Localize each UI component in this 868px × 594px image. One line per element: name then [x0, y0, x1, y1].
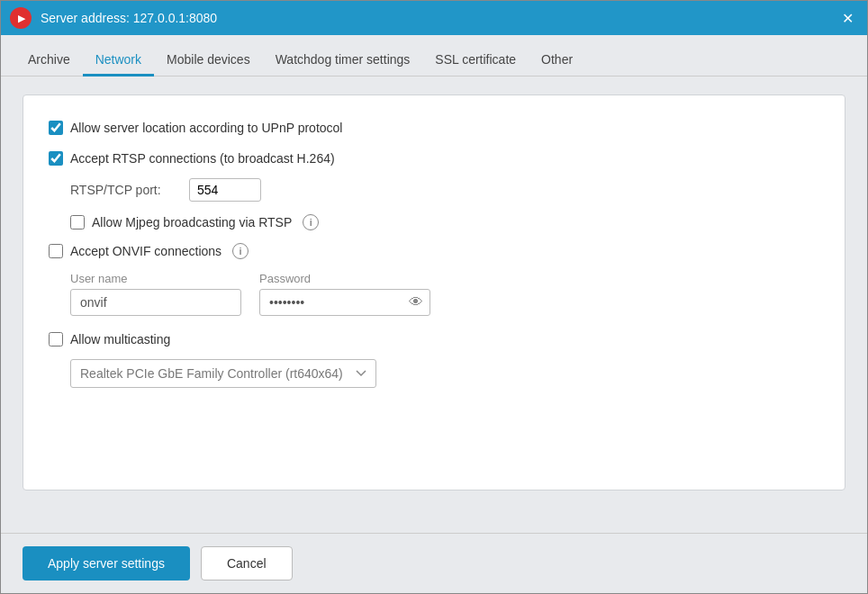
tab-watchdog[interactable]: Watchdog timer settings [263, 43, 423, 76]
cancel-button[interactable]: Cancel [201, 546, 293, 580]
apply-button[interactable]: Apply server settings [23, 546, 190, 580]
mjpeg-label: Allow Mjpeg broadcasting via RTSP [92, 215, 292, 230]
tab-ssl[interactable]: SSL certificate [422, 43, 529, 76]
app-logo [10, 7, 32, 29]
tab-archive[interactable]: Archive [15, 43, 83, 76]
multicast-adapter-select[interactable]: Realtek PCIe GbE Family Controller (rt64… [70, 359, 376, 388]
rtsp-port-input[interactable] [189, 178, 261, 202]
content-area: Allow server location according to UPnP … [1, 76, 867, 533]
tab-other[interactable]: Other [529, 43, 585, 76]
multicast-adapter-wrapper: Realtek PCIe GbE Family Controller (rt64… [70, 359, 819, 388]
username-field-group: User name [70, 272, 241, 316]
mjpeg-row: Allow Mjpeg broadcasting via RTSP i [70, 214, 819, 230]
password-label: Password [259, 272, 430, 285]
multicast-section: Allow multicasting Realtek PCIe GbE Fami… [49, 332, 819, 388]
multicast-label: Allow multicasting [70, 332, 170, 346]
username-label: User name [70, 272, 241, 285]
tab-mobile[interactable]: Mobile devices [154, 43, 263, 76]
tab-network[interactable]: Network [83, 43, 154, 76]
onvif-fields-row: User name Password 👁 [70, 272, 819, 316]
upnp-row: Allow server location according to UPnP … [49, 121, 819, 135]
tabs-bar: Archive Network Mobile devices Watchdog … [1, 35, 867, 76]
password-wrapper: 👁 [259, 289, 430, 316]
multicast-checkbox[interactable] [49, 332, 63, 346]
main-window: Server address: 127.0.0.1:8080 ✕ Archive… [0, 0, 868, 594]
upnp-label: Allow server location according to UPnP … [70, 121, 342, 135]
onvif-row: Accept ONVIF connections i [49, 243, 819, 259]
settings-panel: Allow server location according to UPnP … [23, 94, 845, 490]
footer: Apply server settings Cancel [1, 533, 867, 593]
upnp-checkbox[interactable] [49, 121, 63, 135]
rtsp-sub-section: RTSP/TCP port: Allow Mjpeg broadcasting … [70, 178, 819, 230]
multicast-row: Allow multicasting [49, 332, 819, 346]
rtsp-port-label: RTSP/TCP port: [70, 183, 178, 197]
onvif-label: Accept ONVIF connections [70, 244, 222, 258]
rtsp-checkbox[interactable] [49, 151, 63, 166]
onvif-section: Accept ONVIF connections i User name Pas… [49, 243, 819, 316]
password-input[interactable] [259, 289, 430, 316]
window-title: Server address: 127.0.0.1:8080 [41, 11, 836, 25]
mjpeg-info-icon: i [303, 214, 319, 230]
mjpeg-checkbox[interactable] [70, 215, 85, 230]
password-field-group: Password 👁 [259, 272, 430, 316]
onvif-fields: User name Password 👁 [70, 272, 819, 316]
rtsp-label: Accept RTSP connections (to broadcast H.… [70, 151, 335, 166]
onvif-info-icon: i [232, 243, 249, 259]
eye-icon[interactable]: 👁 [409, 294, 423, 310]
onvif-checkbox[interactable] [49, 244, 63, 258]
close-button[interactable]: ✕ [836, 7, 858, 29]
titlebar: Server address: 127.0.0.1:8080 ✕ [1, 1, 867, 35]
rtsp-port-row: RTSP/TCP port: [70, 178, 819, 202]
username-input[interactable] [70, 289, 241, 316]
rtsp-row: Accept RTSP connections (to broadcast H.… [49, 151, 819, 166]
